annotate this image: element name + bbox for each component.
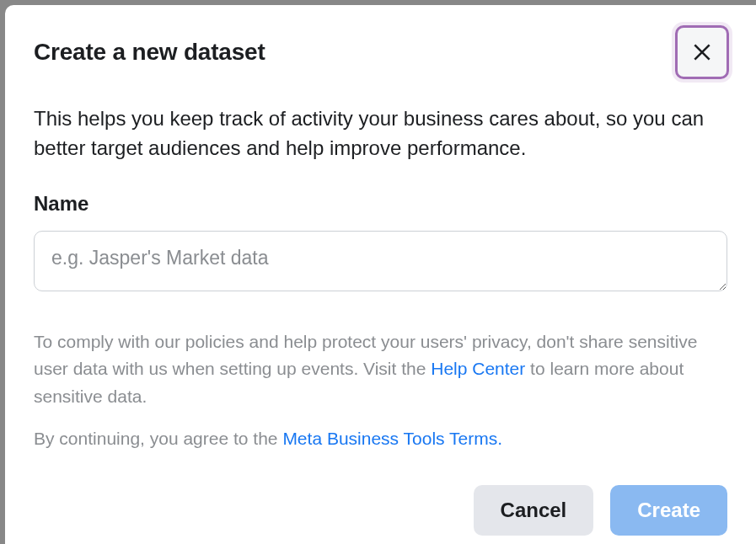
- modal-title: Create a new dataset: [34, 39, 265, 66]
- terms-link[interactable]: Meta Business Tools Terms.: [282, 429, 502, 448]
- modal-description: This helps you keep track of activity yo…: [34, 104, 727, 163]
- button-row: Cancel Create: [34, 485, 727, 536]
- close-button[interactable]: [675, 25, 729, 79]
- name-input[interactable]: [34, 231, 727, 291]
- cancel-button[interactable]: Cancel: [474, 485, 594, 536]
- modal-header: Create a new dataset: [34, 30, 727, 79]
- terms-text: By continuing, you agree to the Meta Bus…: [34, 425, 727, 453]
- policy-text: To comply with our policies and help pro…: [34, 328, 727, 411]
- create-dataset-modal: Create a new dataset This helps you keep…: [5, 5, 756, 544]
- name-label: Name: [34, 192, 727, 216]
- close-icon: [691, 41, 713, 63]
- create-button[interactable]: Create: [610, 485, 727, 536]
- terms-pre: By continuing, you agree to the: [34, 429, 282, 448]
- help-center-link[interactable]: Help Center: [431, 359, 525, 378]
